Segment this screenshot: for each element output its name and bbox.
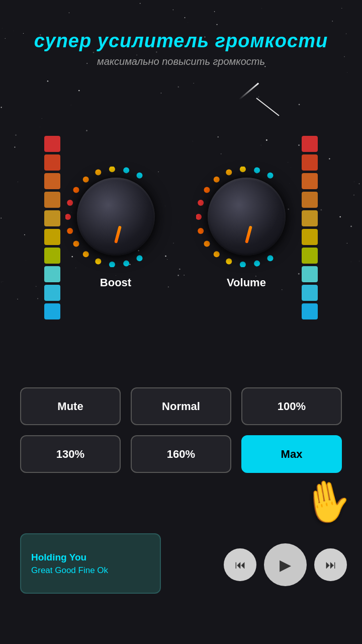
buttons-row-2: 130% 160% Max [20, 435, 342, 473]
svg-point-9 [73, 187, 79, 193]
160pct-button[interactable]: 160% [131, 435, 231, 473]
vu-bar [302, 266, 318, 282]
boost-knob-body[interactable] [77, 178, 155, 256]
vu-bar [302, 192, 318, 208]
buttons-row-1: Mute Normal 100% [20, 387, 342, 425]
volume-knob-outer[interactable] [196, 167, 297, 267]
svg-point-4 [83, 251, 89, 257]
vu-bar [302, 303, 318, 319]
vu-bar [44, 229, 60, 245]
subtitle: максимально повысить громкость [0, 56, 362, 67]
vu-bar [44, 210, 60, 226]
svg-point-10 [83, 176, 89, 182]
title-main: усилитель громкости [92, 30, 328, 51]
svg-point-29 [267, 172, 274, 178]
main-controls-area: Boost Volume [0, 131, 362, 325]
svg-point-7 [65, 214, 71, 220]
header: супер усилитель громкости максимально по… [0, 30, 362, 67]
svg-point-25 [214, 176, 220, 182]
svg-point-0 [137, 255, 143, 261]
vu-meter-right [302, 131, 318, 325]
130pct-button[interactable]: 130% [20, 435, 121, 473]
svg-point-8 [67, 199, 73, 205]
svg-point-21 [198, 228, 204, 234]
svg-point-16 [254, 260, 260, 266]
boost-knob-outer[interactable] [65, 167, 166, 267]
vu-bar [302, 154, 318, 171]
vu-bar [302, 248, 318, 264]
vu-bar [44, 303, 60, 319]
media-controls: ⏮ ▶ ⏭ [224, 543, 347, 586]
buttons-section: Mute Normal 100% 130% 160% Max [20, 387, 342, 483]
vu-bar [44, 266, 60, 282]
song-title: Holding You [31, 552, 150, 563]
svg-point-20 [204, 240, 210, 247]
svg-point-11 [95, 169, 101, 175]
svg-point-13 [123, 167, 129, 173]
svg-point-28 [254, 167, 260, 173]
svg-point-2 [109, 261, 115, 267]
svg-point-22 [196, 214, 202, 220]
volume-label: Volume [227, 276, 266, 289]
svg-point-18 [226, 258, 232, 264]
100pct-button[interactable]: 100% [241, 387, 342, 425]
svg-point-5 [73, 240, 79, 247]
svg-point-17 [240, 261, 246, 267]
vu-bar [302, 136, 318, 152]
knobs-container: Boost Volume [65, 167, 297, 289]
vu-bar [44, 285, 60, 301]
svg-point-12 [109, 167, 115, 172]
next-button[interactable]: ⏭ [314, 548, 347, 581]
now-playing-panel: Holding You Great Good Fine Ok [20, 533, 161, 594]
svg-point-6 [67, 228, 73, 234]
svg-point-27 [240, 167, 246, 172]
vu-meter-left [44, 131, 60, 325]
svg-point-15 [267, 255, 274, 261]
svg-point-24 [204, 187, 210, 193]
svg-point-3 [95, 258, 101, 264]
vu-bar [302, 210, 318, 226]
volume-knob-wrapper: Volume [196, 167, 297, 289]
vu-bar [44, 136, 60, 152]
vu-bar [302, 173, 318, 189]
boost-label: Boost [100, 276, 131, 289]
title-super: супер [34, 30, 92, 51]
app-title: супер усилитель громкости [0, 30, 362, 52]
vu-bar [44, 192, 60, 208]
prev-button[interactable]: ⏮ [224, 548, 256, 581]
vu-bar [44, 154, 60, 171]
play-button[interactable]: ▶ [264, 543, 307, 586]
svg-point-19 [214, 251, 220, 257]
vu-bar [44, 173, 60, 189]
boost-knob-wrapper: Boost [65, 167, 166, 289]
max-button[interactable]: Max [241, 435, 342, 473]
volume-knob-body[interactable] [208, 178, 286, 256]
mute-button[interactable]: Mute [20, 387, 121, 425]
normal-button[interactable]: Normal [131, 387, 231, 425]
svg-point-26 [226, 169, 232, 175]
svg-point-14 [137, 172, 143, 178]
artist-name: Great Good Fine Ok [31, 566, 150, 576]
vu-bar [302, 285, 318, 301]
svg-point-23 [198, 199, 204, 205]
shooting-star-decoration [239, 83, 259, 100]
vu-bar [44, 248, 60, 264]
vu-bar [302, 229, 318, 245]
svg-point-1 [123, 260, 129, 266]
